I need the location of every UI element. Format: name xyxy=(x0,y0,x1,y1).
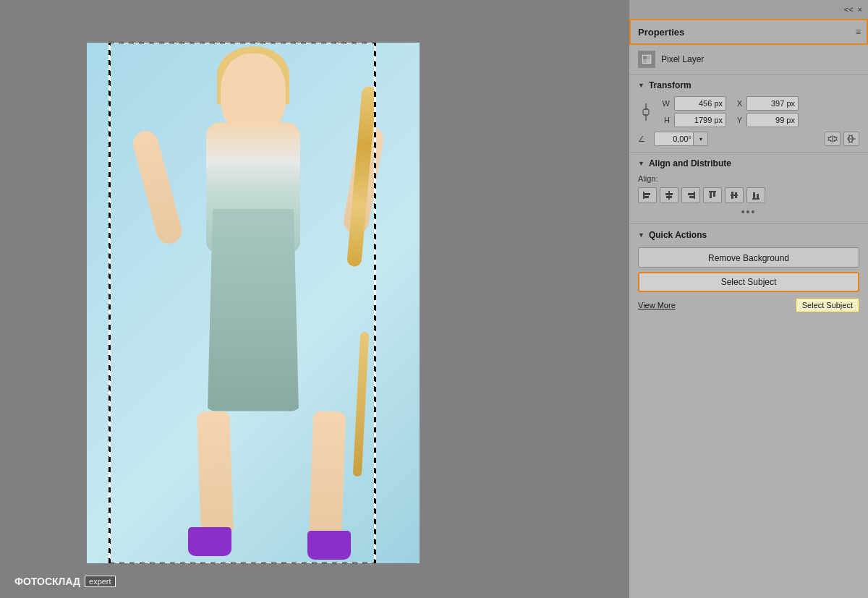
ribbon xyxy=(353,331,369,476)
rotation-icon: ∠ xyxy=(638,134,648,144)
svg-rect-22 xyxy=(753,192,755,198)
transform-xy-pairs: X Y xyxy=(732,96,799,127)
svg-rect-17 xyxy=(713,192,715,197)
align-right-button[interactable] xyxy=(681,187,700,203)
align-center-h-button[interactable] xyxy=(660,187,678,203)
svg-rect-14 xyxy=(689,196,694,198)
leg-right xyxy=(309,411,346,542)
w-label: W xyxy=(660,99,670,108)
leg-left xyxy=(197,411,234,534)
quick-actions-title: Quick Actions xyxy=(649,230,707,240)
arm-left xyxy=(130,128,184,247)
watermark-expert-text: expert xyxy=(85,576,116,587)
remove-background-button[interactable]: Remove Background xyxy=(638,247,859,268)
height-row: H xyxy=(660,113,726,127)
select-subject-button[interactable]: Select Subject xyxy=(638,272,859,292)
svg-rect-4 xyxy=(647,59,650,63)
align-bottom-button[interactable] xyxy=(746,187,765,203)
watermark: ФОТОСКЛАД expert xyxy=(14,576,116,587)
svg-rect-15 xyxy=(709,191,716,192)
align-section-title: Align and Distribute xyxy=(649,158,731,168)
svg-rect-5 xyxy=(643,109,649,115)
h-label: H xyxy=(660,116,670,124)
height-input[interactable] xyxy=(674,113,726,127)
svg-rect-1 xyxy=(643,56,647,59)
x-label: X xyxy=(732,99,742,108)
transform-section-header[interactable]: ▼ Transform xyxy=(638,80,859,90)
align-left-button[interactable] xyxy=(638,187,657,203)
align-buttons xyxy=(638,187,859,203)
svg-rect-10 xyxy=(665,193,673,195)
svg-rect-16 xyxy=(710,192,712,198)
layer-name: Pixel Layer xyxy=(661,54,704,64)
svg-rect-20 xyxy=(735,192,737,198)
rotation-dropdown-button[interactable]: ▾ xyxy=(694,132,708,146)
quick-actions-section: ▼ Quick Actions Remove Background Select… xyxy=(629,224,868,318)
view-more-link[interactable]: View More xyxy=(638,301,676,309)
flip-horizontal-button[interactable] xyxy=(825,132,841,146)
canvas-area xyxy=(0,0,506,598)
shoe-left xyxy=(188,527,231,556)
svg-rect-11 xyxy=(666,196,672,198)
y-label: Y xyxy=(732,116,742,124)
transform-section: ▼ Transform W H xyxy=(629,74,868,153)
align-center-v-button[interactable] xyxy=(725,187,744,203)
panel-menu-icon[interactable]: ≡ xyxy=(856,27,861,37)
flip-vertical-button[interactable] xyxy=(843,132,859,146)
svg-rect-13 xyxy=(688,193,694,195)
watermark-cyrillic-text: ФОТОСКЛАД xyxy=(14,576,80,587)
collapse-panel-button[interactable]: << xyxy=(844,5,854,14)
x-input[interactable] xyxy=(746,96,799,111)
panel-top-controls: << × xyxy=(629,0,868,19)
rotation-input-wrap: ▾ xyxy=(654,132,708,146)
shoe-right xyxy=(307,531,351,560)
align-more-button[interactable]: ••• xyxy=(638,206,859,218)
align-collapse-icon: ▼ xyxy=(638,160,644,167)
svg-rect-23 xyxy=(757,194,759,198)
svg-rect-21 xyxy=(752,198,760,200)
close-panel-button[interactable]: × xyxy=(858,5,862,14)
svg-rect-2 xyxy=(647,56,650,59)
photo-background xyxy=(87,43,420,563)
watermark-logo: ФОТОСКЛАД xyxy=(14,576,80,587)
pixel-layer-icon xyxy=(638,51,655,68)
image-container xyxy=(87,43,420,563)
dress xyxy=(203,209,304,411)
transform-collapse-icon: ▼ xyxy=(638,82,644,89)
figure-container xyxy=(87,43,420,563)
panel-title: Properties xyxy=(638,27,684,38)
align-section: ▼ Align and Distribute Align: xyxy=(629,153,868,224)
y-row: Y xyxy=(732,113,799,127)
align-label: Align: xyxy=(638,174,859,183)
svg-rect-12 xyxy=(694,192,695,199)
width-input[interactable] xyxy=(674,96,726,111)
align-section-header[interactable]: ▼ Align and Distribute xyxy=(638,158,859,168)
x-row: X xyxy=(732,96,799,111)
flip-icons xyxy=(825,132,859,146)
link-proportions-icon[interactable] xyxy=(638,104,654,120)
select-subject-tooltip[interactable]: Select Subject xyxy=(796,298,859,312)
svg-rect-7 xyxy=(644,193,650,195)
panel-title-bar: Properties ≡ xyxy=(629,19,868,45)
view-more-row: View More Select Subject xyxy=(638,298,859,312)
properties-panel: << × Properties ≡ Pixel Layer ▼ Transfor… xyxy=(629,0,868,598)
transform-wh-pairs: W H xyxy=(660,96,726,127)
svg-rect-3 xyxy=(643,59,647,63)
head xyxy=(221,54,286,133)
rotation-row: ∠ ▾ xyxy=(638,132,859,146)
y-input[interactable] xyxy=(746,113,799,127)
svg-rect-19 xyxy=(731,192,733,199)
transform-section-title: Transform xyxy=(649,80,692,90)
quick-actions-collapse-icon: ▼ xyxy=(638,231,644,239)
align-top-button[interactable] xyxy=(703,187,722,203)
rotation-input[interactable] xyxy=(654,132,694,146)
layer-header: Pixel Layer xyxy=(629,45,868,74)
quick-actions-header[interactable]: ▼ Quick Actions xyxy=(638,230,859,240)
svg-rect-8 xyxy=(644,196,649,198)
width-row: W xyxy=(660,96,726,111)
svg-rect-6 xyxy=(643,192,644,199)
